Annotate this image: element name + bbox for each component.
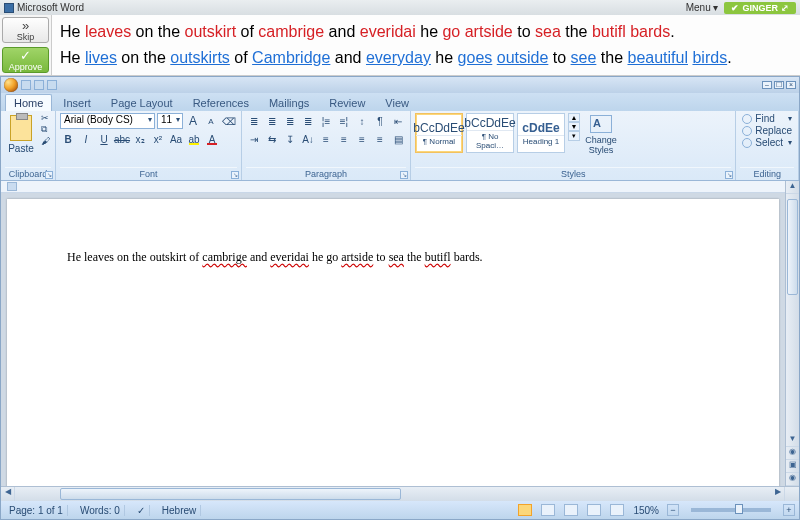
paragraph-btn-16[interactable]: ≡ xyxy=(372,131,388,147)
view-print-layout[interactable] xyxy=(518,504,532,516)
correction-token[interactable]: goes xyxy=(458,49,493,66)
shrink-font-button[interactable]: A xyxy=(203,113,219,129)
prev-page-icon[interactable]: ◉ xyxy=(786,447,799,460)
spell-error-word[interactable]: butifl xyxy=(425,250,451,264)
scroll-down-icon[interactable]: ▼ xyxy=(786,434,799,447)
spell-error-word[interactable]: sea xyxy=(389,250,404,264)
correction-token[interactable]: Cambridge xyxy=(252,49,330,66)
doc-text-span[interactable]: He leaves on the outskirt of xyxy=(67,250,202,264)
paragraph-btn-6[interactable]: ↕ xyxy=(354,113,370,129)
view-draft[interactable] xyxy=(610,504,624,516)
paragraph-btn-2[interactable]: ≣ xyxy=(282,113,298,129)
style-swatch[interactable]: bCcDdEe¶ No Spaci… xyxy=(466,113,514,153)
paragraph-btn-12[interactable]: A↓ xyxy=(300,131,316,147)
paste-button[interactable]: Paste xyxy=(5,113,37,154)
subscript-button[interactable]: x₂ xyxy=(132,131,148,147)
paragraph-btn-13[interactable]: ≡ xyxy=(318,131,334,147)
vertical-scrollbar[interactable]: ▲ ▼ ◉ ▣ ◉ xyxy=(785,181,799,486)
vscroll-thumb[interactable] xyxy=(787,199,798,295)
grow-font-button[interactable]: A xyxy=(185,113,201,129)
zoom-slider[interactable] xyxy=(691,508,771,512)
find-button[interactable]: Find▾ xyxy=(740,113,794,124)
correction-token[interactable]: butifl xyxy=(592,23,626,40)
approve-button[interactable]: ✓ Approve xyxy=(2,47,49,73)
cut-button[interactable]: ✂ xyxy=(40,113,51,123)
style-gallery-arrows[interactable]: ▲ ▼ ▾ xyxy=(568,113,580,141)
paragraph-btn-5[interactable]: ≡¦ xyxy=(336,113,352,129)
doc-text-span[interactable]: and xyxy=(247,250,270,264)
select-button[interactable]: Select▾ xyxy=(740,137,794,148)
close-button[interactable]: × xyxy=(786,81,796,89)
browse-object-icon[interactable]: ▣ xyxy=(786,460,799,473)
correction-token[interactable]: outskirt xyxy=(185,23,237,40)
vscroll-track[interactable] xyxy=(786,194,799,434)
document-text[interactable]: He leaves on the outskirt of cambrige an… xyxy=(67,249,719,266)
next-page-icon[interactable]: ◉ xyxy=(786,473,799,486)
correction-token[interactable]: everyday xyxy=(366,49,431,66)
hscroll-thumb[interactable] xyxy=(60,488,400,500)
gallery-more-icon[interactable]: ▾ xyxy=(568,131,580,141)
doc-text-span[interactable]: to xyxy=(373,250,388,264)
highlight-button[interactable]: ab xyxy=(186,131,202,147)
strike-button[interactable]: abc xyxy=(114,131,130,147)
correction-token[interactable]: outside xyxy=(497,49,549,66)
tab-insert[interactable]: Insert xyxy=(54,94,100,111)
paragraph-btn-9[interactable]: ⇥ xyxy=(246,131,262,147)
zoom-level[interactable]: 150% xyxy=(633,505,659,516)
clipboard-dialog-launcher[interactable]: ↘ xyxy=(45,171,53,179)
paragraph-btn-10[interactable]: ⇆ xyxy=(264,131,280,147)
paragraph-btn-11[interactable]: ↧ xyxy=(282,131,298,147)
status-words[interactable]: Words: 0 xyxy=(76,505,125,516)
paragraph-btn-14[interactable]: ≡ xyxy=(336,131,352,147)
office-button[interactable] xyxy=(4,78,18,92)
tab-home[interactable]: Home xyxy=(5,94,52,111)
document-page[interactable]: He leaves on the outskirt of cambrige an… xyxy=(7,199,779,486)
tab-page-layout[interactable]: Page Layout xyxy=(102,94,182,111)
font-dialog-launcher[interactable]: ↘ xyxy=(231,171,239,179)
paragraph-btn-3[interactable]: ≣ xyxy=(300,113,316,129)
scroll-up-icon[interactable]: ▲ xyxy=(786,181,799,194)
tab-selector-icon[interactable] xyxy=(7,182,17,191)
view-full-screen[interactable] xyxy=(541,504,555,516)
tab-review[interactable]: Review xyxy=(320,94,374,111)
paragraph-btn-4[interactable]: ¦≡ xyxy=(318,113,334,129)
clear-format-button[interactable]: ⌫ xyxy=(221,113,237,129)
paragraph-btn-17[interactable]: ▤ xyxy=(390,131,406,147)
correction-token[interactable]: beautiful xyxy=(628,49,689,66)
tab-references[interactable]: References xyxy=(184,94,258,111)
correction-token[interactable]: bards xyxy=(630,23,670,40)
status-language[interactable]: Hebrew xyxy=(158,505,201,516)
superscript-button[interactable]: x² xyxy=(150,131,166,147)
paragraph-btn-1[interactable]: ≣ xyxy=(264,113,280,129)
restore-button[interactable]: ☐ xyxy=(774,81,784,89)
paragraph-btn-0[interactable]: ≣ xyxy=(246,113,262,129)
copy-button[interactable]: ⧉ xyxy=(40,124,51,135)
minimize-button[interactable]: – xyxy=(762,81,772,89)
styles-dialog-launcher[interactable]: ↘ xyxy=(725,171,733,179)
correction-token[interactable]: artside xyxy=(465,23,513,40)
tab-mailings[interactable]: Mailings xyxy=(260,94,318,111)
gallery-up-icon[interactable]: ▲ xyxy=(568,113,580,122)
paragraph-btn-8[interactable]: ⇤ xyxy=(390,113,406,129)
status-proof-icon[interactable]: ✓ xyxy=(133,505,150,516)
zoom-slider-thumb[interactable] xyxy=(735,504,743,514)
view-web-layout[interactable] xyxy=(564,504,578,516)
font-color-button[interactable]: A xyxy=(204,131,220,147)
zoom-out-button[interactable]: − xyxy=(667,504,679,516)
change-styles-button[interactable]: Change Styles xyxy=(583,113,619,155)
hscroll-track[interactable] xyxy=(15,487,771,501)
status-page[interactable]: Page: 1 of 1 xyxy=(5,505,68,516)
gallery-down-icon[interactable]: ▼ xyxy=(568,122,580,131)
correction-token[interactable]: cambrige xyxy=(258,23,324,40)
font-size-combo[interactable]: 11 xyxy=(157,113,183,129)
correction-token[interactable]: go xyxy=(442,23,460,40)
qat-redo-icon[interactable] xyxy=(47,80,57,90)
zoom-in-button[interactable]: + xyxy=(783,504,795,516)
scroll-left-icon[interactable]: ◀ xyxy=(1,487,15,501)
correction-token[interactable]: see xyxy=(571,49,597,66)
scroll-right-icon[interactable]: ▶ xyxy=(771,487,785,501)
doc-text-span[interactable]: bards. xyxy=(451,250,483,264)
spell-error-word[interactable]: cambrige xyxy=(202,250,247,264)
correction-token[interactable]: everidai xyxy=(360,23,416,40)
doc-text-span[interactable]: the xyxy=(404,250,425,264)
